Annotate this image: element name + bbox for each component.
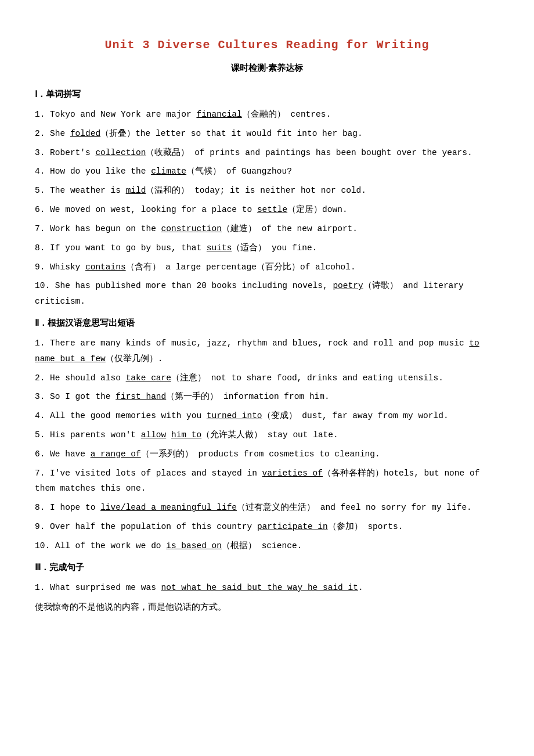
list-item: 7. Work has begun on the construction（建造… <box>35 221 499 237</box>
list-item: 2. He should also take care（注意） not to s… <box>35 370 499 386</box>
section-title-section2: Ⅱ．根据汉语意思写出短语 <box>35 315 499 331</box>
subtitle: 课时检测·素养达标 <box>35 60 499 76</box>
list-item: 7. I've visited lots of places and staye… <box>35 466 499 497</box>
section-title-section1: Ⅰ．单词拼写 <box>35 87 499 102</box>
list-item: 8. I hope to live/lead a meaningful life… <box>35 500 499 516</box>
list-item: 9. Whisky contains（含有） a large percentag… <box>35 260 499 275</box>
list-item: 9. Over half the population of this coun… <box>35 519 499 535</box>
translation-text: 使我惊奇的不是他说的内容，而是他说话的方式。 <box>35 599 499 614</box>
list-item: 3. So I got the first hand（第一手的） informa… <box>35 389 499 405</box>
list-item: 8. If you want to go by bus, that suits（… <box>35 240 499 256</box>
list-item: 2. She folded（折叠）the letter so that it w… <box>35 126 499 142</box>
list-item: 6. We have a range of（一系列的） products fro… <box>35 447 499 462</box>
list-item: 5. The weather is mild（温和的） today; it is… <box>35 183 499 199</box>
list-item: 1. Tokyo and New York are major financia… <box>35 107 499 123</box>
list-item: 4. How do you like the climate（气候） of Gu… <box>35 164 499 179</box>
page-title: Unit 3 Diverse Cultures Reading for Writ… <box>35 35 499 56</box>
list-item: 10. All of the work we do is based on（根据… <box>35 538 499 554</box>
list-item: 6. We moved on west, looking for a place… <box>35 202 499 218</box>
list-item: 4. All the good memories with you turned… <box>35 408 499 424</box>
section-title-section3: Ⅲ．完成句子 <box>35 560 499 575</box>
list-item: 1. What surprised me was not what he sai… <box>35 580 499 596</box>
list-item: 10. She has published more than 20 books… <box>35 278 499 309</box>
list-item: 1. There are many kinds of music, jazz, … <box>35 336 499 367</box>
list-item: 3. Robert's collection（收藏品） of prints an… <box>35 145 499 161</box>
list-item: 5. His parents won't allow him to（允许某人做）… <box>35 427 499 443</box>
